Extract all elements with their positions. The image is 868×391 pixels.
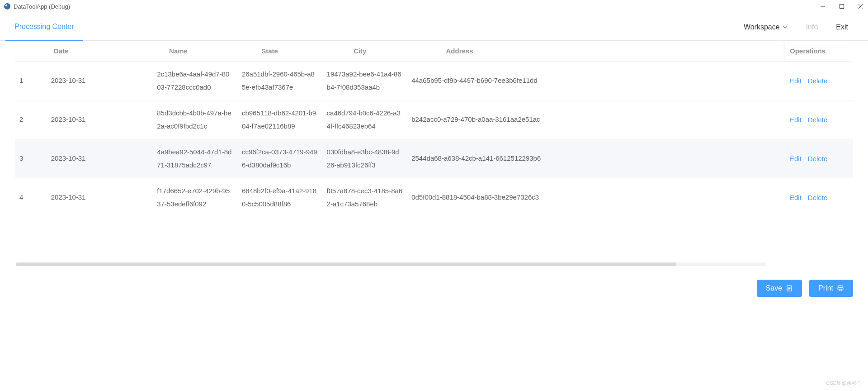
menu-info: Info xyxy=(797,14,827,41)
menu-label: Info xyxy=(806,23,818,31)
cell-index: 3 xyxy=(15,139,47,178)
cell-address: 0d5f00d1-8818-4504-ba88-3be29e7326c3 xyxy=(407,178,785,217)
print-button[interactable]: Print xyxy=(809,280,853,297)
cell-date: 2023-10-31 xyxy=(47,100,153,139)
table-row: 32023-10-314a9bea92-5044-47d1-8d71-31875… xyxy=(15,139,785,178)
cell-date: 2023-10-31 xyxy=(47,139,153,178)
cell-name: 4a9bea92-5044-47d1-8d71-31875adc2c97 xyxy=(152,139,237,178)
delete-link[interactable]: Delete xyxy=(808,155,827,162)
cell-name: f17d6652-e702-429b-9537-53edeff6f092 xyxy=(152,178,237,217)
header-state: State xyxy=(257,41,349,62)
titlebar-left: DataToolApp (Debug) xyxy=(4,3,70,10)
cell-address: 2544da68-a638-42cb-a141-6612512293b6 xyxy=(407,139,785,178)
data-table-body: 12023-10-312c13be6a-4aaf-49d7-8003-77228… xyxy=(15,62,785,217)
save-button-label: Save xyxy=(766,284,782,292)
cell-address: b242acc0-a729-470b-a0aa-3161aa2e51ac xyxy=(407,100,785,139)
header-city: City xyxy=(349,41,441,62)
watermark: CSDN @余衫马 xyxy=(826,380,862,386)
window-title: DataToolApp (Debug) xyxy=(14,3,70,10)
cell-city: ca46d794-b0c6-4226-a34f-ffc46823eb64 xyxy=(322,100,407,139)
window-close-button[interactable] xyxy=(858,4,863,9)
cell-city: 030fdba8-e3bc-4838-9d26-ab913fc26ff3 xyxy=(322,139,407,178)
menu-label: Workspace xyxy=(744,23,780,31)
operations-cell: EditDelete xyxy=(785,62,853,100)
svg-rect-11 xyxy=(838,287,843,290)
table-row: 42023-10-31f17d6652-e702-429b-9537-53ede… xyxy=(15,178,785,217)
header-name: Name xyxy=(165,41,257,62)
table-row: 12023-10-312c13be6a-4aaf-49d7-8003-77228… xyxy=(15,62,785,100)
edit-link[interactable]: Edit xyxy=(790,194,802,201)
save-button[interactable]: Save xyxy=(757,280,802,297)
menu-label: Processing Center xyxy=(14,23,74,31)
maximize-icon xyxy=(839,4,844,9)
table-scroll-region: 12023-10-312c13be6a-4aaf-49d7-8003-77228… xyxy=(15,62,853,261)
menu-workspace[interactable]: Workspace xyxy=(735,14,797,41)
svg-point-1 xyxy=(5,5,7,6)
menu-processing-center[interactable]: Processing Center xyxy=(5,14,83,41)
minimize-icon xyxy=(820,4,826,9)
table-wrap: Date Name State City Address 12023-10-31… xyxy=(15,41,853,266)
cell-date: 2023-10-31 xyxy=(47,62,153,100)
operations-cell: EditDelete xyxy=(785,178,853,217)
cell-index: 1 xyxy=(15,62,47,100)
cell-date: 2023-10-31 xyxy=(47,178,153,217)
header-date: Date xyxy=(49,41,165,62)
document-icon xyxy=(786,285,793,292)
table-body-scroll[interactable]: 12023-10-312c13be6a-4aaf-49d7-8003-77228… xyxy=(15,62,785,261)
table-header-row: Date Name State City Address xyxy=(15,41,853,62)
window-minimize-button[interactable] xyxy=(820,4,826,9)
footer-buttons: Save Print xyxy=(0,272,868,304)
cell-index: 2 xyxy=(15,100,47,139)
horizontal-scrollbar-thumb[interactable] xyxy=(16,262,676,266)
app-icon xyxy=(4,3,11,10)
svg-point-0 xyxy=(4,3,10,10)
menubar-right: Workspace Info Exit xyxy=(735,14,857,41)
menubar-left: Processing Center xyxy=(5,14,83,41)
cell-address: 44a65b95-df9b-4497-b690-7ee3b6fe11dd xyxy=(407,62,785,100)
edit-link[interactable]: Edit xyxy=(790,155,802,162)
svg-rect-10 xyxy=(839,286,842,287)
menu-exit[interactable]: Exit xyxy=(827,14,857,41)
content-area: Date Name State City Address 12023-10-31… xyxy=(0,41,868,272)
menubar: Processing Center Workspace Info Exit xyxy=(0,14,868,41)
svg-rect-3 xyxy=(840,5,844,9)
cell-state: cc96f2ca-0373-4719-9496-d380daf9c16b xyxy=(237,139,322,178)
delete-link[interactable]: Delete xyxy=(808,116,827,124)
cell-city: f057a878-cec3-4185-8a62-a1c73a5768eb xyxy=(322,178,407,217)
printer-icon xyxy=(837,285,844,292)
edit-link[interactable]: Edit xyxy=(790,77,802,85)
cell-name: 85d3dcbb-4b0b-497a-be2a-ac0f9fbd2c1c xyxy=(152,100,237,139)
cell-state: cb965118-db62-4201-b904-f7ae02116b89 xyxy=(237,100,322,139)
delete-link[interactable]: Delete xyxy=(808,77,827,85)
window-titlebar: DataToolApp (Debug) xyxy=(0,0,868,14)
operations-header-wrap: Operations xyxy=(785,41,853,62)
window-controls xyxy=(820,4,863,9)
close-icon xyxy=(858,4,863,9)
cell-state: 6848b2f0-ef9a-41a2-9180-5c5005d88f86 xyxy=(237,178,322,217)
print-button-label: Print xyxy=(818,284,833,292)
cell-state: 26a51dbf-2960-465b-a85e-efb43af7367e xyxy=(237,62,322,100)
menu-label: Exit xyxy=(836,23,848,31)
delete-link[interactable]: Delete xyxy=(808,194,827,201)
operations-fixed-column: EditDeleteEditDeleteEditDeleteEditDelete xyxy=(785,62,853,217)
chevron-down-icon xyxy=(783,24,788,30)
window-maximize-button[interactable] xyxy=(839,4,844,9)
cell-index: 4 xyxy=(15,178,47,217)
operations-cell: EditDelete xyxy=(785,100,853,139)
horizontal-scrollbar[interactable] xyxy=(16,262,766,266)
data-table-header: Date Name State City Address xyxy=(15,41,853,62)
operations-cell: EditDelete xyxy=(785,139,853,178)
cell-name: 2c13be6a-4aaf-49d7-8003-77228ccc0ad0 xyxy=(152,62,237,100)
header-operations: Operations xyxy=(785,41,853,62)
cell-city: 19473a92-bee6-41a4-86b4-7f08d353aa4b xyxy=(322,62,407,100)
table-row: 22023-10-3185d3dcbb-4b0b-497a-be2a-ac0f9… xyxy=(15,100,785,139)
header-index xyxy=(15,41,49,62)
edit-link[interactable]: Edit xyxy=(790,116,802,124)
